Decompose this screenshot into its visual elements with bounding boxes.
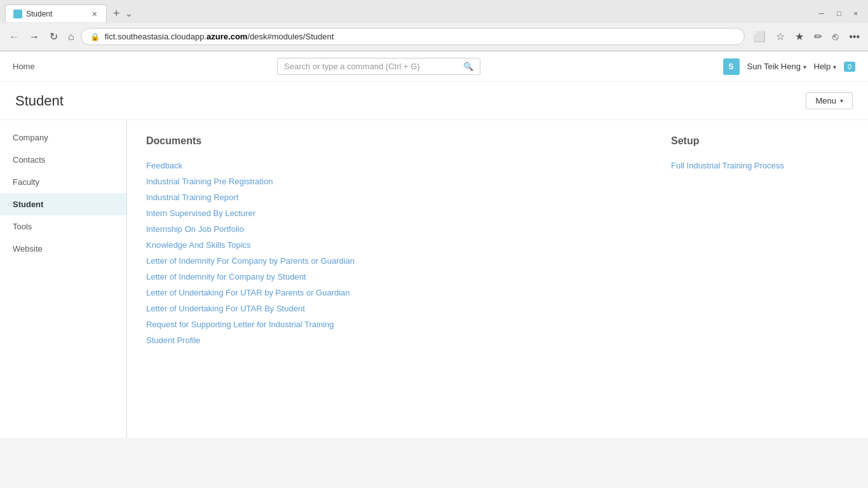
address-bar[interactable]: 🔒 fict.southeastasia.cloudapp.azure.com/… bbox=[81, 28, 745, 45]
app-header: Home Search or type a command (Ctrl + G)… bbox=[0, 51, 868, 82]
link-undertaking-parents[interactable]: Letter of Undertaking For UTAR by Parent… bbox=[146, 288, 633, 297]
link-supporting-letter[interactable]: Request for Supporting Letter for Indust… bbox=[146, 320, 633, 329]
sidebar-item-student[interactable]: Student bbox=[0, 193, 126, 215]
share-icon[interactable]: ⎋ bbox=[829, 29, 842, 45]
help-link[interactable]: Help ▾ bbox=[814, 62, 836, 71]
user-avatar: S bbox=[723, 58, 740, 75]
read-mode-icon[interactable]: ⬜ bbox=[750, 28, 769, 45]
sidebar-item-company[interactable]: Company bbox=[0, 126, 126, 149]
favorites-icon[interactable]: ☆ bbox=[773, 28, 788, 45]
tab-title: Student bbox=[26, 10, 87, 18]
setup-title: Setup bbox=[671, 135, 849, 151]
more-icon[interactable]: ••• bbox=[846, 29, 863, 45]
lock-icon: 🔒 bbox=[90, 32, 100, 41]
home-link[interactable]: Home bbox=[13, 62, 35, 71]
sidebar-item-tools[interactable]: Tools bbox=[0, 215, 126, 238]
window-controls: ─ □ × bbox=[814, 8, 863, 18]
sidebar: Company Contacts Faculty Student Tools W… bbox=[0, 120, 127, 438]
page-title: Student bbox=[15, 93, 64, 109]
refresh-button[interactable]: ↻ bbox=[46, 28, 62, 45]
user-name[interactable]: Sun Teik Heng ▾ bbox=[747, 62, 806, 71]
content-area: Documents Feedback Industrial Training P… bbox=[127, 120, 868, 438]
page-title-bar: Student Menu ▾ bbox=[0, 82, 868, 120]
link-undertaking-student[interactable]: Letter of Undertaking For UTAR By Studen… bbox=[146, 304, 633, 313]
link-indemnity-student[interactable]: Letter of Indemnity for Company by Stude… bbox=[146, 272, 633, 281]
sidebar-item-contacts[interactable]: Contacts bbox=[0, 149, 126, 171]
link-job-portfolio[interactable]: Internship On Job Portfolio bbox=[146, 224, 633, 234]
tab-bar: Student × + ⌄ ─ □ × bbox=[0, 0, 868, 23]
link-indemnity-parents[interactable]: Letter of Indemnity For Company by Paren… bbox=[146, 256, 633, 266]
tab-favicon bbox=[13, 10, 22, 18]
menu-button[interactable]: Menu ▾ bbox=[806, 92, 853, 109]
link-knowledge-skills[interactable]: Knowledge And Skills Topics bbox=[146, 240, 633, 250]
nav-icons: ⬜ ☆ ★ ✏ ⎋ ••• bbox=[750, 28, 863, 45]
notification-badge[interactable]: 0 bbox=[844, 62, 855, 72]
sidebar-item-faculty[interactable]: Faculty bbox=[0, 171, 126, 193]
setup-section: Setup Full Industrial Training Process bbox=[671, 135, 849, 423]
active-tab[interactable]: Student × bbox=[5, 4, 107, 22]
main-layout: Company Contacts Faculty Student Tools W… bbox=[0, 120, 868, 438]
maximize-button[interactable]: □ bbox=[832, 8, 846, 18]
nav-bar: ← → ↻ ⌂ 🔒 fict.southeastasia.cloudapp.az… bbox=[0, 23, 868, 51]
documents-section: Documents Feedback Industrial Training P… bbox=[146, 135, 633, 423]
url-text: fict.southeastasia.cloudapp.azure.com/de… bbox=[105, 32, 736, 41]
header-search: Search or type a command (Ctrl + G) 🔍 bbox=[35, 58, 723, 75]
link-pre-registration[interactable]: Industrial Training Pre Registration bbox=[146, 177, 633, 186]
tab-close-button[interactable]: × bbox=[91, 9, 98, 19]
back-button[interactable]: ← bbox=[5, 29, 23, 45]
search-placeholder: Search or type a command (Ctrl + G) bbox=[284, 62, 458, 71]
documents-title: Documents bbox=[146, 135, 633, 151]
link-feedback[interactable]: Feedback bbox=[146, 161, 633, 170]
close-button[interactable]: × bbox=[849, 8, 863, 18]
link-intern-supervised[interactable]: Intern Supervised By Lecturer bbox=[146, 208, 633, 218]
minimize-button[interactable]: ─ bbox=[814, 8, 829, 18]
forward-button[interactable]: → bbox=[25, 29, 43, 45]
link-student-profile[interactable]: Student Profile bbox=[146, 336, 633, 345]
edit-icon[interactable]: ✏ bbox=[811, 28, 825, 45]
browser-chrome: Student × + ⌄ ─ □ × ← → ↻ ⌂ 🔒 fict.south… bbox=[0, 0, 868, 51]
header-right: S Sun Teik Heng ▾ Help ▾ 0 bbox=[723, 58, 855, 75]
home-button[interactable]: ⌂ bbox=[64, 29, 78, 45]
search-box[interactable]: Search or type a command (Ctrl + G) 🔍 bbox=[277, 58, 480, 75]
sidebar-item-website[interactable]: Website bbox=[0, 238, 126, 260]
link-training-report[interactable]: Industrial Training Report bbox=[146, 193, 633, 202]
search-icon: 🔍 bbox=[463, 62, 473, 71]
tab-list-button[interactable]: ⌄ bbox=[125, 8, 133, 18]
link-full-training-process[interactable]: Full Industrial Training Process bbox=[671, 161, 849, 170]
new-tab-button[interactable]: + bbox=[109, 7, 124, 20]
favorites-bar-icon[interactable]: ★ bbox=[792, 28, 807, 45]
